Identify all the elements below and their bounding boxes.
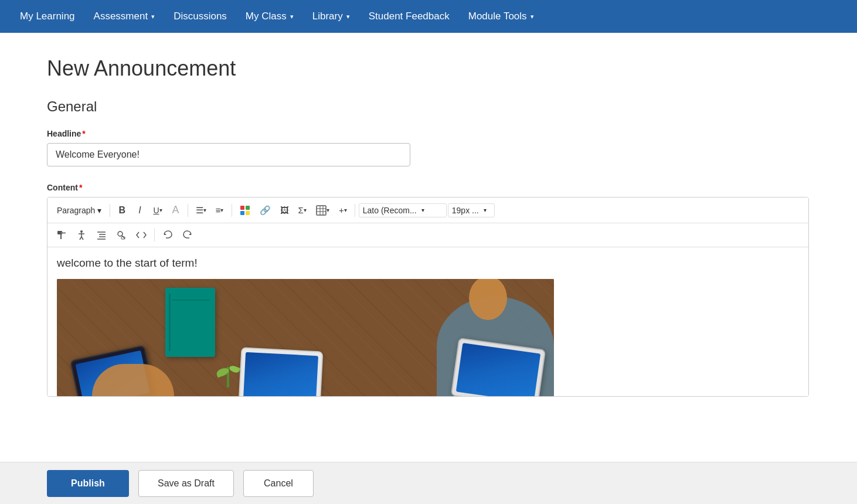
- content-field: Content* Paragraph ▾ B I U ▾ A ☰: [47, 183, 810, 397]
- plant: [227, 367, 229, 387]
- headline-field: Headline*: [47, 129, 810, 183]
- underline-button[interactable]: U ▾: [149, 203, 166, 218]
- main-nav: My Learning Assessment ▾ Discussions My …: [0, 0, 857, 33]
- image-button[interactable]: 🖼: [276, 202, 293, 218]
- divider-4: [355, 204, 355, 217]
- divider-3: [232, 204, 232, 217]
- search-replace-button[interactable]: [112, 227, 131, 243]
- font-chevron-icon: ▾: [421, 207, 424, 213]
- library-chevron-icon: ▾: [346, 13, 350, 21]
- format-painter-button[interactable]: [52, 227, 71, 243]
- svg-rect-3: [246, 211, 250, 215]
- divider-5: [154, 229, 155, 241]
- my-class-chevron-icon: ▾: [290, 13, 294, 21]
- svg-rect-2: [240, 211, 244, 215]
- accessibility-button[interactable]: [72, 227, 91, 243]
- nav-my-class[interactable]: My Class ▾: [237, 6, 302, 27]
- toolbar-row-1: Paragraph ▾ B I U ▾ A ☰ ▾ ≡ ▾: [47, 197, 808, 223]
- svg-line-16: [80, 237, 81, 240]
- undo-icon: [162, 230, 173, 240]
- action-bar: Publish Save as Draft Cancel: [0, 462, 857, 467]
- list-chevron-icon: ▾: [220, 207, 223, 213]
- redo-icon: [182, 230, 193, 240]
- nav-module-tools[interactable]: Module Tools ▾: [460, 6, 542, 27]
- nav-assessment[interactable]: Assessment ▾: [86, 6, 164, 27]
- notebook: [165, 288, 215, 357]
- section-title: General: [47, 98, 810, 115]
- headline-input[interactable]: [47, 143, 410, 166]
- source-code-button[interactable]: [132, 227, 151, 243]
- content-label: Content*: [47, 183, 810, 192]
- font-family-button[interactable]: Lato (Recom... ▾: [359, 203, 447, 217]
- paragraph-chevron-icon: ▾: [97, 206, 101, 215]
- sigma-button[interactable]: Σ ▾: [294, 202, 311, 218]
- svg-rect-10: [61, 232, 63, 234]
- editor-embedded-image: [57, 279, 554, 396]
- list-indent-icon: [96, 230, 107, 240]
- svg-point-13: [80, 230, 83, 233]
- toolbar-row-2: [47, 223, 808, 247]
- headline-label: Headline*: [47, 129, 810, 138]
- editor-content-area[interactable]: welcome to the start of term!: [47, 247, 808, 396]
- format-painter-icon: [56, 230, 67, 240]
- plus-button[interactable]: + ▾: [335, 202, 351, 218]
- text-color-button[interactable]: A: [168, 201, 184, 219]
- image-background: [57, 279, 554, 396]
- page-container: New Announcement General Headline* Conte…: [0, 33, 857, 467]
- sigma-chevron-icon: ▾: [304, 207, 307, 213]
- svg-point-22: [118, 231, 123, 236]
- divider-2: [188, 204, 188, 217]
- bold-button[interactable]: B: [114, 202, 130, 219]
- nav-my-learning[interactable]: My Learning: [12, 6, 83, 27]
- paragraph-style-button[interactable]: Paragraph ▾: [52, 203, 106, 217]
- list-button[interactable]: ≡ ▾: [212, 202, 228, 218]
- underline-chevron-icon: ▾: [159, 207, 162, 213]
- module-tools-chevron-icon: ▾: [530, 13, 534, 21]
- nav-library[interactable]: Library ▾: [304, 6, 358, 27]
- redo-button[interactable]: [178, 227, 197, 243]
- svg-rect-1: [246, 206, 250, 210]
- italic-button[interactable]: I: [131, 202, 148, 219]
- svg-rect-0: [240, 206, 244, 210]
- svg-line-17: [81, 237, 83, 240]
- color-swatch-button[interactable]: [236, 202, 254, 219]
- search-replace-icon: [116, 230, 127, 240]
- divider-1: [110, 204, 110, 217]
- tablet-center: [238, 347, 323, 396]
- link-button[interactable]: 🔗: [256, 202, 275, 219]
- rich-text-editor: Paragraph ▾ B I U ▾ A ☰ ▾ ≡ ▾: [47, 197, 809, 397]
- plus-chevron-icon: ▾: [344, 207, 347, 213]
- nav-student-feedback[interactable]: Student Feedback: [361, 6, 458, 27]
- page-title: New Announcement: [47, 56, 810, 81]
- table-button[interactable]: ▾: [312, 202, 334, 219]
- color-swatch-icon: [240, 205, 250, 216]
- svg-rect-4: [317, 206, 326, 215]
- undo-button[interactable]: [158, 227, 177, 243]
- list-indent-button[interactable]: [92, 227, 111, 243]
- source-code-icon: [136, 230, 147, 240]
- nav-discussions[interactable]: Discussions: [165, 6, 235, 27]
- editor-body-text: welcome to the start of term!: [57, 257, 799, 270]
- accessibility-icon: [76, 230, 87, 240]
- font-size-button[interactable]: 19px ... ▾: [448, 203, 495, 217]
- align-button[interactable]: ☰ ▾: [192, 202, 210, 219]
- size-chevron-icon: ▾: [484, 207, 487, 213]
- assessment-chevron-icon: ▾: [151, 13, 155, 21]
- table-chevron-icon: ▾: [327, 207, 329, 213]
- align-chevron-icon: ▾: [203, 207, 206, 213]
- table-icon: [316, 205, 327, 216]
